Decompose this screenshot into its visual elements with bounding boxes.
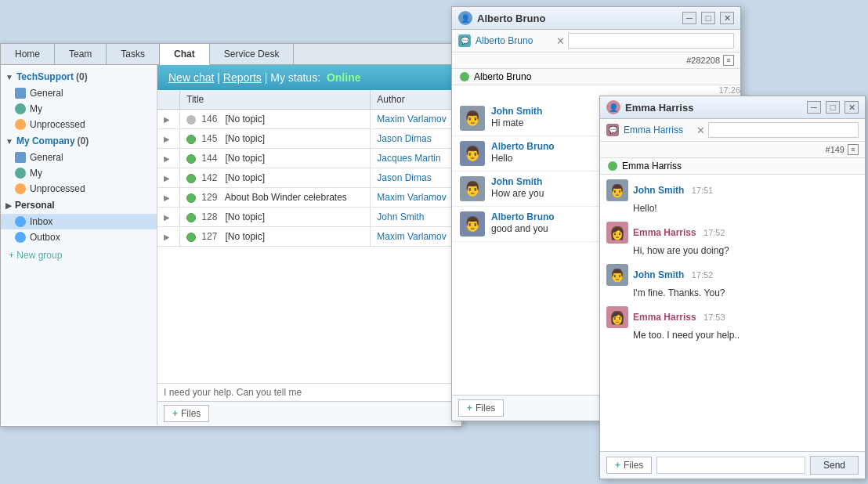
table-row[interactable]: ▶ 146 [No topic] Maxim Varlamov (157, 110, 461, 129)
my-status-label: My status: (270, 71, 320, 84)
msg-header: 👨 John Smith 17:51 (606, 179, 859, 201)
emma-win-controls: ─ □ ✕ (807, 101, 859, 114)
emma-files-button[interactable]: + Files (606, 457, 652, 474)
row-author-cell[interactable]: Maxim Varlamov (371, 188, 461, 208)
msg-text: I'm fine. Thanks. You? (606, 287, 859, 298)
row-title: [No topic] (225, 231, 265, 242)
emma-type-input[interactable] (656, 457, 805, 474)
arrow-icon: ▶ (164, 135, 173, 143)
alberto-info-icon[interactable]: ≡ (723, 55, 734, 66)
arrow-icon: ▶ (164, 193, 173, 202)
new-chat-link[interactable]: New chat (168, 71, 214, 84)
alberto-recipient-bar: 💬 Alberto Bruno ✕ (452, 30, 740, 52)
msg-text: Hello! (606, 203, 859, 214)
sidebar-item-outbox[interactable]: Outbox (1, 229, 157, 245)
sidebar-item-techsupport-my[interactable]: My (1, 101, 157, 117)
sidebar-item-inbox[interactable]: Inbox (1, 214, 157, 229)
new-group-link[interactable]: + New group (1, 245, 157, 265)
row-author-cell[interactable]: Jason Dimas (371, 129, 461, 149)
tab-team[interactable]: Team (55, 44, 107, 64)
msg-avatar: 👩 (606, 222, 628, 244)
row-author-cell[interactable]: Jacques Martin (371, 149, 461, 168)
row-author-cell[interactable]: Jason Dimas (371, 168, 461, 188)
msg-sender: John Smith (633, 185, 684, 196)
plus-icon: + (172, 408, 178, 419)
msg-meta: Emma Harriss 17:53 (633, 312, 859, 323)
emma-minimize-btn[interactable]: ─ (807, 101, 821, 114)
sidebar-item-label: Inbox (30, 216, 52, 227)
status-icon (186, 154, 196, 164)
author-link[interactable]: Jason Dimas (377, 172, 431, 183)
alberto-close-btn[interactable]: ✕ (720, 12, 734, 24)
alberto-message-input[interactable] (568, 33, 734, 49)
author-link[interactable]: Maxim Varlamov (377, 192, 446, 203)
table-row[interactable]: ▶ 129 About Bob Winder celebrates Maxim … (157, 188, 461, 208)
alberto-online-name: Alberto Bruno (474, 71, 531, 82)
row-author-cell[interactable]: Maxim Varlamov (371, 110, 461, 129)
sidebar-item-mycompany-unprocessed[interactable]: Unprocessed (1, 181, 157, 197)
emma-info-icon[interactable]: ≡ (848, 144, 859, 155)
emma-maximize-btn[interactable]: □ (826, 101, 840, 114)
author-link[interactable]: Maxim Varlamov (377, 231, 446, 242)
alberto-files-button[interactable]: + Files (458, 399, 504, 417)
emma-message-block: 👨 John Smith 17:51 Hello! (606, 179, 859, 214)
status-icon (186, 115, 196, 125)
author-link[interactable]: Jacques Martin (377, 153, 440, 164)
alberto-remove-recipient-btn[interactable]: ✕ (553, 35, 568, 47)
alberto-win-controls: ─ □ ✕ (682, 12, 734, 24)
tab-chat[interactable]: Chat (160, 44, 210, 65)
alberto-minimize-btn[interactable]: ─ (682, 12, 696, 24)
msg-avatar: 👨 (460, 141, 485, 166)
alberto-title-icon: 👤 (458, 11, 472, 25)
emma-files-label: Files (624, 460, 643, 471)
emma-recipient-name: Emma Harriss (624, 125, 693, 135)
sidebar-item-mycompany-my[interactable]: My (1, 165, 157, 181)
table-row[interactable]: ▶ 144 [No topic] Jacques Martin (157, 149, 461, 168)
col-title: Title (180, 90, 371, 110)
msg-sender: Emma Harriss (633, 227, 696, 238)
sidebar-group-personal[interactable]: ▶ Personal (1, 197, 157, 214)
row-arrow-cell: ▶ (157, 168, 180, 188)
chat-input-field[interactable] (164, 387, 455, 398)
row-author-cell[interactable]: Maxim Varlamov (371, 227, 461, 247)
sidebar-item-techsupport-unprocessed[interactable]: Unprocessed (1, 117, 157, 132)
emma-message-input[interactable] (708, 122, 859, 138)
emma-send-button[interactable]: Send (810, 456, 859, 475)
content-area: New chat | Reports | My status: Online T… (157, 65, 461, 425)
row-author-cell[interactable]: John Smith (371, 208, 461, 227)
emma-id-bar: #149 ≡ (600, 142, 865, 158)
alberto-ticket-id: #282208 (686, 56, 720, 65)
table-row[interactable]: ▶ 142 [No topic] Jason Dimas (157, 168, 461, 188)
sidebar-item-mycompany-general[interactable]: General (1, 150, 157, 165)
table-row[interactable]: ▶ 145 [No topic] Jason Dimas (157, 129, 461, 149)
sidebar-item-techsupport-general[interactable]: General (1, 85, 157, 101)
alberto-maximize-btn[interactable]: □ (701, 12, 715, 24)
files-button[interactable]: + Files (164, 405, 209, 422)
outbox-icon (15, 232, 26, 243)
row-id: 146 (201, 114, 217, 125)
status-icon (186, 213, 196, 222)
status-value: Online (327, 71, 361, 84)
tab-service-desk[interactable]: Service Desk (210, 44, 295, 64)
author-link[interactable]: Maxim Varlamov (377, 114, 446, 125)
row-title-cell: 127 [No topic] (180, 227, 371, 247)
msg-avatar: 👨 (460, 106, 485, 131)
chat-bubble-icon: 💬 (458, 34, 471, 47)
sidebar-group-techsupport[interactable]: ▼ TechSupport (0) (1, 68, 157, 85)
author-link[interactable]: Jason Dimas (377, 133, 431, 144)
author-link[interactable]: John Smith (377, 211, 424, 222)
sidebar-group-mycompany[interactable]: ▼ My Company (0) (1, 132, 157, 150)
chat-header: New chat | Reports | My status: Online (157, 65, 461, 90)
table-row[interactable]: ▶ 128 [No topic] John Smith (157, 208, 461, 227)
emma-close-btn[interactable]: ✕ (844, 101, 859, 114)
emma-remove-recipient-btn[interactable]: ✕ (693, 125, 708, 136)
sidebar-group-badge-techsupport: (0) (76, 71, 88, 82)
msg-meta: John Smith 17:51 (633, 185, 859, 196)
emma-messages: 👨 John Smith 17:51 Hello! 👩 Emma Harriss… (600, 175, 865, 451)
table-row[interactable]: ▶ 127 [No topic] Maxim Varlamov (157, 227, 461, 247)
tab-home[interactable]: Home (1, 44, 55, 64)
tab-tasks[interactable]: Tasks (107, 44, 160, 64)
col-arrow (157, 90, 180, 110)
reports-link[interactable]: Reports (223, 71, 262, 84)
files-label: Files (476, 403, 495, 414)
